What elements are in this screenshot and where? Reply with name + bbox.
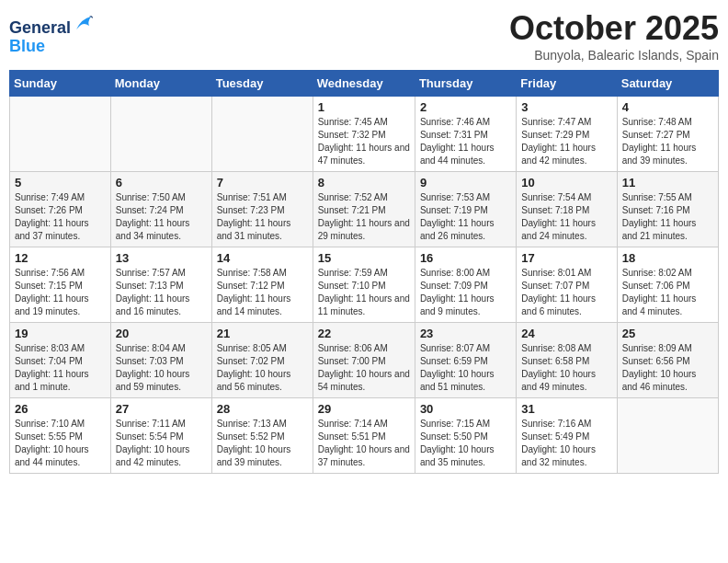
calendar-table: SundayMondayTuesdayWednesdayThursdayFrid… [9, 70, 719, 474]
calendar-cell: 9Sunrise: 7:53 AMSunset: 7:19 PMDaylight… [415, 172, 516, 247]
weekday-header-friday: Friday [517, 71, 617, 97]
calendar-cell: 19Sunrise: 8:03 AMSunset: 7:04 PMDayligh… [10, 323, 111, 398]
day-info: Sunrise: 7:49 AMSunset: 7:26 PMDaylight:… [15, 191, 106, 243]
day-number: 31 [521, 402, 611, 416]
day-number: 3 [521, 100, 611, 114]
calendar-subtitle: Bunyola, Balearic Islands, Spain [509, 48, 719, 63]
day-number: 25 [622, 327, 713, 340]
weekday-header-saturday: Saturday [617, 71, 718, 97]
day-info: Sunrise: 7:13 AMSunset: 5:52 PMDaylight:… [217, 418, 308, 469]
day-number: 1 [318, 100, 410, 114]
day-number: 17 [521, 251, 611, 265]
calendar-cell: 10Sunrise: 7:54 AMSunset: 7:18 PMDayligh… [517, 172, 617, 247]
calendar-cell: 21Sunrise: 8:05 AMSunset: 7:02 PMDayligh… [211, 323, 313, 398]
calendar-week-row: 1Sunrise: 7:45 AMSunset: 7:32 PMDaylight… [10, 97, 719, 172]
day-number: 9 [420, 176, 511, 190]
day-number: 21 [217, 327, 308, 340]
day-info: Sunrise: 8:09 AMSunset: 6:56 PMDaylight:… [622, 342, 713, 394]
day-number: 19 [15, 327, 106, 340]
calendar-cell [211, 97, 313, 172]
day-info: Sunrise: 7:45 AMSunset: 7:32 PMDaylight:… [318, 116, 410, 167]
calendar-cell: 30Sunrise: 7:15 AMSunset: 5:50 PMDayligh… [415, 398, 516, 474]
day-info: Sunrise: 7:14 AMSunset: 5:51 PMDaylight:… [318, 418, 410, 469]
day-info: Sunrise: 7:51 AMSunset: 7:23 PMDaylight:… [217, 191, 308, 243]
calendar-week-row: 5Sunrise: 7:49 AMSunset: 7:26 PMDaylight… [10, 172, 719, 247]
day-info: Sunrise: 7:55 AMSunset: 7:16 PMDaylight:… [622, 191, 713, 243]
calendar-cell: 24Sunrise: 8:08 AMSunset: 6:58 PMDayligh… [517, 323, 617, 398]
day-number: 18 [622, 251, 713, 265]
day-info: Sunrise: 8:05 AMSunset: 7:02 PMDaylight:… [217, 342, 308, 394]
weekday-header-sunday: Sunday [10, 71, 111, 97]
calendar-cell: 3Sunrise: 7:47 AMSunset: 7:29 PMDaylight… [517, 97, 617, 172]
day-number: 27 [116, 402, 207, 416]
day-info: Sunrise: 7:56 AMSunset: 7:15 PMDaylight:… [15, 267, 106, 318]
day-info: Sunrise: 7:16 AMSunset: 5:49 PMDaylight:… [521, 418, 611, 469]
day-info: Sunrise: 7:58 AMSunset: 7:12 PMDaylight:… [217, 267, 308, 318]
calendar-cell [10, 97, 111, 172]
day-number: 13 [116, 251, 207, 265]
calendar-cell: 6Sunrise: 7:50 AMSunset: 7:24 PMDaylight… [110, 172, 211, 247]
calendar-cell: 14Sunrise: 7:58 AMSunset: 7:12 PMDayligh… [211, 247, 313, 323]
calendar-cell: 22Sunrise: 8:06 AMSunset: 7:00 PMDayligh… [313, 323, 415, 398]
day-info: Sunrise: 8:02 AMSunset: 7:06 PMDaylight:… [622, 267, 713, 318]
calendar-week-row: 12Sunrise: 7:56 AMSunset: 7:15 PMDayligh… [10, 247, 719, 323]
title-area: October 2025 Bunyola, Balearic Islands, … [509, 9, 719, 63]
day-info: Sunrise: 7:48 AMSunset: 7:27 PMDaylight:… [622, 116, 713, 167]
day-number: 28 [217, 402, 308, 416]
calendar-cell: 23Sunrise: 8:07 AMSunset: 6:59 PMDayligh… [415, 323, 516, 398]
page-header: General Blue October 2025 Bunyola, Balea… [9, 9, 719, 63]
calendar-cell: 7Sunrise: 7:51 AMSunset: 7:23 PMDaylight… [211, 172, 313, 247]
calendar-title: October 2025 [509, 9, 719, 48]
day-info: Sunrise: 8:03 AMSunset: 7:04 PMDaylight:… [15, 342, 106, 394]
day-number: 2 [420, 100, 511, 114]
calendar-cell: 20Sunrise: 8:04 AMSunset: 7:03 PMDayligh… [110, 323, 211, 398]
weekday-header-row: SundayMondayTuesdayWednesdayThursdayFrid… [10, 71, 719, 97]
day-info: Sunrise: 7:46 AMSunset: 7:31 PMDaylight:… [420, 116, 511, 167]
calendar-week-row: 19Sunrise: 8:03 AMSunset: 7:04 PMDayligh… [10, 323, 719, 398]
day-info: Sunrise: 7:57 AMSunset: 7:13 PMDaylight:… [116, 267, 207, 318]
calendar-cell: 27Sunrise: 7:11 AMSunset: 5:54 PMDayligh… [110, 398, 211, 474]
calendar-cell: 13Sunrise: 7:57 AMSunset: 7:13 PMDayligh… [110, 247, 211, 323]
day-number: 6 [116, 176, 207, 190]
day-number: 4 [622, 100, 713, 114]
weekday-header-tuesday: Tuesday [211, 71, 313, 97]
day-number: 12 [15, 251, 106, 265]
day-info: Sunrise: 8:01 AMSunset: 7:07 PMDaylight:… [521, 267, 611, 318]
calendar-cell: 15Sunrise: 7:59 AMSunset: 7:10 PMDayligh… [313, 247, 415, 323]
calendar-cell: 1Sunrise: 7:45 AMSunset: 7:32 PMDaylight… [313, 97, 415, 172]
day-number: 22 [318, 327, 410, 340]
day-info: Sunrise: 7:47 AMSunset: 7:29 PMDaylight:… [521, 116, 611, 167]
day-info: Sunrise: 7:52 AMSunset: 7:21 PMDaylight:… [318, 191, 410, 243]
day-number: 5 [15, 176, 106, 190]
calendar-cell: 17Sunrise: 8:01 AMSunset: 7:07 PMDayligh… [517, 247, 617, 323]
day-number: 20 [116, 327, 207, 340]
calendar-cell: 28Sunrise: 7:13 AMSunset: 5:52 PMDayligh… [211, 398, 313, 474]
calendar-cell: 16Sunrise: 8:00 AMSunset: 7:09 PMDayligh… [415, 247, 516, 323]
weekday-header-thursday: Thursday [415, 71, 516, 97]
calendar-cell: 31Sunrise: 7:16 AMSunset: 5:49 PMDayligh… [517, 398, 617, 474]
calendar-cell: 2Sunrise: 7:46 AMSunset: 7:31 PMDaylight… [415, 97, 516, 172]
calendar-cell: 11Sunrise: 7:55 AMSunset: 7:16 PMDayligh… [617, 172, 718, 247]
weekday-header-wednesday: Wednesday [313, 71, 415, 97]
calendar-cell: 26Sunrise: 7:10 AMSunset: 5:55 PMDayligh… [10, 398, 111, 474]
calendar-cell: 12Sunrise: 7:56 AMSunset: 7:15 PMDayligh… [10, 247, 111, 323]
day-number: 11 [622, 176, 713, 190]
weekday-header-monday: Monday [110, 71, 211, 97]
day-number: 23 [420, 327, 511, 340]
day-number: 24 [521, 327, 611, 340]
logo: General Blue [9, 13, 93, 56]
calendar-cell: 25Sunrise: 8:09 AMSunset: 6:56 PMDayligh… [617, 323, 718, 398]
day-info: Sunrise: 7:59 AMSunset: 7:10 PMDaylight:… [318, 267, 410, 318]
calendar-week-row: 26Sunrise: 7:10 AMSunset: 5:55 PMDayligh… [10, 398, 719, 474]
day-number: 29 [318, 402, 410, 416]
day-number: 15 [318, 251, 410, 265]
day-number: 30 [420, 402, 511, 416]
day-info: Sunrise: 7:10 AMSunset: 5:55 PMDaylight:… [15, 418, 106, 469]
day-info: Sunrise: 8:07 AMSunset: 6:59 PMDaylight:… [420, 342, 511, 394]
day-info: Sunrise: 8:08 AMSunset: 6:58 PMDaylight:… [521, 342, 611, 394]
calendar-cell: 18Sunrise: 8:02 AMSunset: 7:06 PMDayligh… [617, 247, 718, 323]
calendar-cell: 8Sunrise: 7:52 AMSunset: 7:21 PMDaylight… [313, 172, 415, 247]
day-info: Sunrise: 8:06 AMSunset: 7:00 PMDaylight:… [318, 342, 410, 394]
day-info: Sunrise: 7:53 AMSunset: 7:19 PMDaylight:… [420, 191, 511, 243]
day-number: 8 [318, 176, 410, 190]
